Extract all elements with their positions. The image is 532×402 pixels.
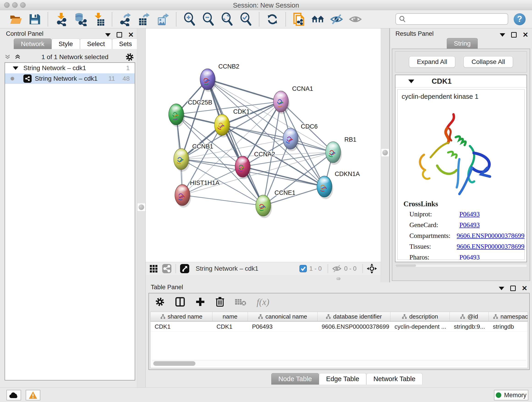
tab-string[interactable]: String: [447, 38, 478, 49]
help-button[interactable]: ?: [514, 13, 526, 25]
delete-table-icon[interactable]: [234, 297, 247, 306]
zoom-selected-button[interactable]: [239, 12, 253, 26]
gene-section-header[interactable]: CDK1: [395, 75, 526, 88]
fit-selection-crosshair-icon[interactable]: [367, 263, 377, 274]
export-table-button[interactable]: [137, 12, 151, 26]
collapse-all-icon[interactable]: [5, 54, 11, 60]
tab-node-table[interactable]: Node Table: [271, 373, 319, 385]
refresh-button[interactable]: [265, 12, 279, 26]
table-hscrollbar[interactable]: [152, 360, 526, 366]
current-network-dot: [11, 77, 14, 80]
maximize-panel-icon[interactable]: [510, 286, 516, 291]
column-header-namespace[interactable]: namespace: [489, 312, 528, 321]
float-panel-icon[interactable]: [499, 287, 504, 290]
search-input[interactable]: [406, 16, 503, 23]
crosslink-value-link[interactable]: 9606.ENSP00000378699: [457, 232, 525, 240]
node-label: RB1: [344, 136, 356, 143]
column-header-name[interactable]: name: [212, 312, 248, 321]
import-network-button[interactable]: [54, 12, 68, 26]
expand-all-button[interactable]: Expand All: [409, 56, 455, 68]
crosslink-value-link[interactable]: P06493: [459, 254, 480, 260]
expand-all-icon[interactable]: [15, 54, 21, 60]
table-cell[interactable]: stringdb: [489, 322, 528, 332]
column-header-canonical-name[interactable]: canonical name: [248, 312, 317, 321]
table-cell[interactable]: cyclin-dependent ...: [390, 322, 450, 332]
table-cell[interactable]: CDK1: [212, 322, 248, 332]
tab-sets[interactable]: Sets: [112, 38, 139, 49]
delete-column-icon[interactable]: [215, 297, 225, 307]
column-header-description[interactable]: description: [390, 312, 450, 321]
function-builder-icon[interactable]: f(x): [257, 297, 269, 307]
horizontal-splitter-handle[interactable]: [336, 277, 341, 280]
network-view-icon[interactable]: [162, 264, 172, 274]
table-panel-title: Table Panel: [151, 284, 183, 291]
maximize-panel-icon[interactable]: [511, 32, 517, 38]
tab-network[interactable]: Network: [14, 38, 51, 49]
results-hscrollbar[interactable]: [395, 264, 527, 267]
crosslink-value-link[interactable]: 9606.ENSP00000378699: [457, 243, 525, 250]
left-splitter[interactable]: [137, 28, 146, 387]
grid-view-icon[interactable]: [149, 264, 158, 273]
hide-selected-button[interactable]: [329, 12, 344, 26]
node-label: HIST1H1A: [190, 179, 220, 186]
tab-edge-table[interactable]: Edge Table: [319, 373, 366, 385]
tab-style[interactable]: Style: [51, 38, 80, 49]
houses-icon: [311, 13, 325, 26]
network-collection-row[interactable]: String Network – cdk1 1: [5, 63, 135, 73]
collapse-all-button[interactable]: Collapse All: [463, 56, 513, 68]
crosslink-value-link[interactable]: P06493: [459, 211, 480, 218]
section-collapse-icon[interactable]: [408, 80, 414, 83]
open-session-button[interactable]: [9, 12, 23, 26]
import-table-button[interactable]: [92, 12, 106, 26]
close-panel-icon[interactable]: ✕: [523, 32, 528, 38]
export-image-button[interactable]: [156, 12, 170, 26]
export-network-icon: [119, 12, 132, 26]
column-header-database-identifier[interactable]: database identifier: [317, 312, 390, 321]
warning-status-button[interactable]: [26, 390, 40, 400]
birds-eye-view-icon[interactable]: [180, 264, 190, 274]
tab-network-table[interactable]: Network Table: [366, 373, 423, 385]
add-column-icon[interactable]: [195, 297, 205, 307]
export-network-button[interactable]: [118, 12, 133, 26]
show-columns-icon[interactable]: [175, 297, 185, 307]
import-network-from-database-button[interactable]: [73, 12, 87, 26]
close-panel-icon[interactable]: ✕: [128, 32, 134, 38]
float-panel-icon[interactable]: [105, 33, 111, 37]
hidden-eye-icon[interactable]: [332, 264, 342, 273]
network-graph[interactable]: CCNB2CCNA1CDC25BCDK1CDC6RB1CCNB1CCNA2CDK…: [146, 28, 381, 262]
table-cell[interactable]: P06493: [248, 322, 317, 332]
crosslink-value-link[interactable]: P06493: [459, 221, 480, 229]
float-panel-icon[interactable]: [500, 33, 505, 37]
network-canvas[interactable]: CCNB2CCNA1CDC25BCDK1CDC6RB1CCNB1CCNA2CDK…: [146, 28, 381, 262]
copy-network-button[interactable]: [292, 12, 306, 26]
right-splitter-handle[interactable]: [381, 148, 389, 157]
network-row[interactable]: String Network – cdk1 11 48: [5, 73, 135, 84]
maximize-panel-icon[interactable]: [117, 32, 122, 38]
status-bar: Memory: [0, 387, 532, 402]
node-label: CCNA1: [292, 85, 313, 92]
toolbar-separator: [176, 12, 177, 26]
collection-expand-icon[interactable]: [13, 66, 18, 70]
tab-select[interactable]: Select: [80, 38, 112, 49]
zoom-out-button[interactable]: [201, 12, 215, 26]
table-row[interactable]: CDK1CDK1P064939606.ENSP00000378699cyclin…: [151, 322, 528, 332]
table-cell[interactable]: stringdb:9...: [450, 322, 489, 332]
selected-checkbox-icon[interactable]: [299, 265, 307, 273]
gene-description: cyclin-dependent kinase 1: [398, 89, 525, 100]
table-options-gear-icon[interactable]: [155, 297, 165, 307]
column-header-shared-name[interactable]: shared name: [151, 312, 212, 321]
cloud-status-button[interactable]: [6, 390, 21, 400]
zoom-fit-button[interactable]: [220, 12, 234, 26]
close-panel-icon[interactable]: ✕: [522, 286, 527, 291]
search-box[interactable]: [395, 13, 508, 25]
network-options-gear-icon[interactable]: [125, 52, 134, 62]
first-neighbors-button[interactable]: [311, 12, 325, 26]
memory-button[interactable]: Memory: [494, 390, 528, 400]
show-all-button[interactable]: [348, 12, 362, 26]
left-splitter-handle[interactable]: [137, 203, 146, 211]
zoom-in-button[interactable]: [182, 12, 196, 26]
table-cell[interactable]: CDK1: [151, 322, 212, 332]
table-cell[interactable]: 9606.ENSP00000378699: [317, 322, 390, 332]
column-header--id[interactable]: @id: [450, 312, 489, 321]
save-session-button[interactable]: [27, 12, 42, 26]
